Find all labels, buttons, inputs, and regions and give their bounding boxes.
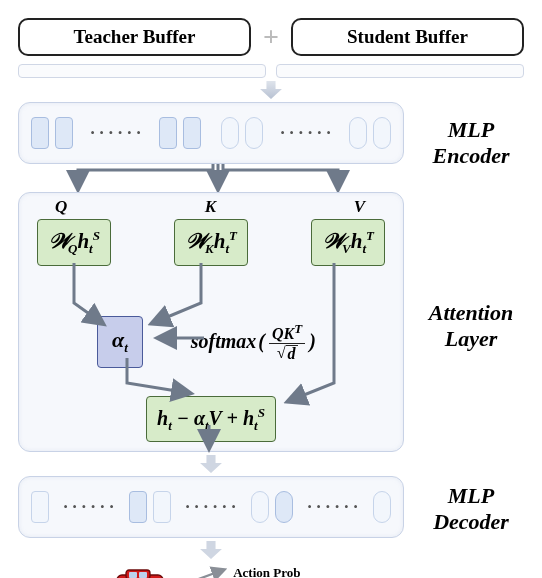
token-icon xyxy=(275,491,293,523)
svg-rect-8 xyxy=(129,572,137,578)
token-icon xyxy=(159,117,177,149)
mlp-decoder-panel: • • • • • • • • • • • • • • • • • • xyxy=(18,476,404,538)
ellipsis-icon: • • • • • • xyxy=(299,500,367,515)
token-icon xyxy=(31,491,49,523)
branch-arrows-icon xyxy=(179,564,229,578)
encoder-label: MLPEncoder xyxy=(418,117,524,170)
flow-arrow-mid xyxy=(18,454,404,474)
k-projection-box: 𝒲KhtT xyxy=(174,219,248,266)
svg-marker-4 xyxy=(200,541,222,559)
plus-icon: + xyxy=(263,21,279,53)
token-icon xyxy=(153,491,171,523)
token-icon xyxy=(129,491,147,523)
svg-marker-0 xyxy=(260,81,282,99)
flow-arrow-top xyxy=(18,80,524,100)
attention-label: AttentionLayer xyxy=(418,300,524,353)
softmax-formula: softmax( QKT √d ) xyxy=(191,322,316,362)
flow-arrow-bottom xyxy=(18,540,404,560)
v-projection-box: 𝒲VhtT xyxy=(311,219,385,266)
svg-rect-9 xyxy=(139,572,147,578)
teacher-buffer-box: Teacher Buffer xyxy=(18,18,251,56)
output-labels: Action Prob Value Estimate xyxy=(233,565,317,578)
output-row: Action Prob Value Estimate xyxy=(18,564,404,578)
side-labels: MLPEncoder AttentionLayer MLPDecoder xyxy=(418,102,524,535)
buffer-row: Teacher Buffer + Student Buffer xyxy=(18,18,524,56)
car-icon xyxy=(105,566,175,578)
token-icon xyxy=(251,491,269,523)
token-icon xyxy=(373,491,391,523)
ghost-bars xyxy=(18,64,524,78)
ellipsis-icon: • • • • • • xyxy=(177,500,245,515)
action-prob-label: Action Prob xyxy=(233,565,317,578)
q-label: Q xyxy=(55,197,67,217)
v-label: V xyxy=(354,197,365,217)
mlp-encoder-panel: • • • • • • • • • • • • xyxy=(18,102,404,164)
token-icon xyxy=(373,117,391,149)
k-label: K xyxy=(205,197,216,217)
q-projection-box: 𝒲QhtS xyxy=(37,219,111,266)
token-icon xyxy=(31,117,49,149)
attention-panel: Q K V 𝒲QhtS 𝒲KhtT 𝒲VhtT xyxy=(18,192,404,452)
token-icon xyxy=(349,117,367,149)
encoder-to-attention-arrows xyxy=(18,164,404,192)
token-icon xyxy=(245,117,263,149)
student-buffer-box: Student Buffer xyxy=(291,18,524,56)
ellipsis-icon: • • • • • • xyxy=(79,126,153,141)
alpha-box: αt xyxy=(97,316,143,367)
decoder-label: MLPDecoder xyxy=(418,483,524,536)
token-icon xyxy=(55,117,73,149)
token-icon xyxy=(221,117,239,149)
token-icon xyxy=(183,117,201,149)
svg-marker-3 xyxy=(200,455,222,473)
ellipsis-icon: • • • • • • xyxy=(269,126,343,141)
combine-box: ht − αtV + htS xyxy=(146,396,276,443)
ellipsis-icon: • • • • • • xyxy=(55,500,123,515)
